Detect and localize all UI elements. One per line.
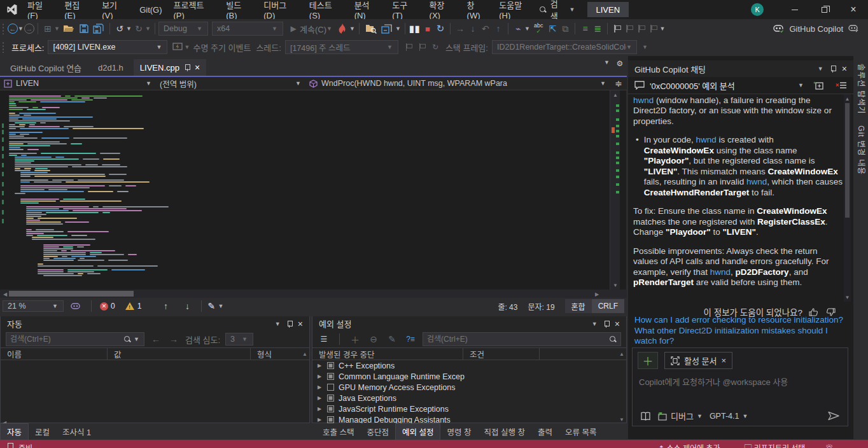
search-control[interactable]: 검색 ▼	[539, 0, 576, 22]
model-dropdown[interactable]: GPT-4.1 ▼	[710, 412, 749, 421]
followup-link-1[interactable]: What other Direct2D initialization mista…	[634, 326, 844, 346]
copilot-menu-icon[interactable]	[848, 24, 859, 34]
menu-item-4[interactable]: 프로젝트(P)	[168, 0, 221, 19]
platform-dropdown[interactable]: x64▼	[212, 22, 283, 36]
copilot-editor-badge-icon[interactable]	[70, 302, 81, 311]
navbar-pin-icon[interactable]: ≑	[610, 77, 627, 90]
panel-tab-오류 목록[interactable]: 오류 목록	[559, 423, 603, 440]
undo-dropdown-icon[interactable]: ▼	[126, 25, 132, 32]
code-fix-dropdown-icon[interactable]: ▼	[218, 303, 224, 309]
hot-reload-dropdown-icon[interactable]: ▼	[349, 25, 356, 32]
exception-row[interactable]: ▶Managed Debugging Assistants	[312, 414, 626, 424]
stop-icon[interactable]: ■	[421, 22, 434, 35]
status-task-icon[interactable]	[8, 443, 13, 448]
chat-message-area[interactable]: hwnd (window handle), a failure in creat…	[633, 95, 843, 298]
document-tab-0[interactable]: GitHub Copilot 연습	[4, 59, 88, 76]
open-folder-icon[interactable]	[63, 24, 74, 34]
duplicate-code-icon[interactable]: ⧉	[559, 22, 571, 35]
save-icon[interactable]	[79, 24, 89, 34]
exception-expand-icon[interactable]: ▶	[318, 374, 323, 379]
step-over-icon[interactable]: →	[454, 22, 466, 35]
editor-horizontal-scrollbar[interactable]: ◀ ▶	[0, 290, 627, 298]
panel-tab-출력[interactable]: 출력	[531, 423, 559, 440]
search-forward-icon[interactable]: →	[167, 333, 180, 346]
exceptions-close-icon[interactable]: ×	[615, 319, 620, 329]
chat-mode-dropdown[interactable]: 디버그 ▼	[657, 410, 703, 422]
exceptions-scroll-up-icon[interactable]: ▲	[619, 351, 626, 357]
panel-tab-직접 실행 창[interactable]: 직접 실행 창	[477, 423, 531, 440]
search-depth-dropdown[interactable]: 3▼	[225, 333, 253, 346]
step-out-icon[interactable]: ↑	[492, 22, 505, 35]
new-project-dropdown-icon[interactable]: ▼	[54, 25, 60, 32]
debugbar-grip[interactable]	[2, 41, 4, 53]
add-context-button[interactable]: ＋	[638, 352, 658, 369]
exceptions-scroll-down-icon[interactable]: ▼	[619, 417, 624, 423]
chat-symbol-link[interactable]: hwnd	[696, 135, 717, 144]
menu-item-11[interactable]: 창(W)	[461, 0, 494, 19]
warning-count-icon[interactable]: !	[125, 302, 134, 310]
autos-menu-icon[interactable]: ▼	[275, 321, 281, 327]
encoding-indicator[interactable]: 혼합	[565, 299, 592, 313]
next-issue-icon[interactable]: ↓	[181, 300, 193, 312]
editor-vertical-scrollbar[interactable]: ▲ ▼	[610, 90, 620, 290]
active-document-chip[interactable]: 활성 문서 ×	[664, 352, 732, 369]
solution-name-badge[interactable]: LIVEN	[587, 2, 629, 17]
copilot-pin-icon[interactable]	[830, 65, 836, 73]
scope-dropdown[interactable]: (전역 범위)▼	[156, 77, 305, 90]
next-bookmark-icon[interactable]	[638, 25, 645, 32]
session-dropdown-icon[interactable]: ▼	[798, 82, 804, 88]
code-map-icon[interactable]: ⌁	[512, 22, 524, 35]
autos-body[interactable]	[1, 360, 309, 419]
exception-expand-icon[interactable]: ▶	[318, 395, 323, 401]
code-editor[interactable]	[0, 90, 610, 290]
exceptions-search-input[interactable]	[427, 335, 606, 344]
exception-checkbox[interactable]	[327, 384, 334, 391]
exception-row[interactable]: ▶GPU Memory Access Exceptions	[312, 382, 626, 393]
session-title[interactable]: '0xC0000005' 예외 분석	[650, 80, 793, 92]
copilot-status-button[interactable]: GitHub Copilot	[773, 24, 859, 34]
exception-expand-icon[interactable]: ▶	[318, 417, 323, 423]
scroll-down-icon[interactable]: ▼	[610, 281, 620, 290]
code-map-dropdown-icon[interactable]: ▼	[524, 25, 531, 32]
column-value[interactable]: 값	[108, 347, 251, 360]
navigate-back-dropdown-icon[interactable]: ▼	[18, 25, 24, 32]
column-type[interactable]: 형식	[251, 347, 290, 360]
pause-icon[interactable]: ▮▮	[409, 22, 421, 35]
autos-close-icon[interactable]: ×	[298, 319, 303, 329]
exception-expand-icon[interactable]: ▶	[318, 406, 323, 412]
exception-expand-icon[interactable]: ▶	[318, 384, 323, 390]
new-project-icon[interactable]: ⊞	[41, 22, 54, 35]
code-fix-pen-icon[interactable]: ✎	[205, 300, 218, 312]
project-dropdown[interactable]: LIVEN ▼	[0, 77, 156, 90]
panel-tab-자동[interactable]: 자동	[0, 423, 29, 440]
process-dropdown[interactable]: [4092] LIVEN.exe▼	[48, 40, 167, 54]
navigate-back-icon[interactable]: ←	[8, 24, 18, 34]
panel-tab-조사식 1[interactable]: 조사식 1	[56, 423, 97, 440]
panel-tab-명령 창[interactable]: 명령 창	[440, 423, 477, 440]
search-back-icon[interactable]: ←	[150, 333, 162, 346]
send-icon[interactable]	[827, 410, 840, 421]
copilot-menu-icon-header[interactable]: ▼	[818, 66, 824, 72]
menu-item-1[interactable]: 편집(E)	[59, 0, 96, 19]
tab-options-gear-icon[interactable]: ⚙	[615, 59, 624, 68]
vertical-tab-1[interactable]: Git 변경 내용	[853, 125, 868, 175]
continue-play-icon[interactable]: ▶	[287, 22, 300, 35]
close-button[interactable]: ×	[839, 0, 868, 19]
menu-item-8[interactable]: 분석(N)	[349, 0, 387, 19]
exceptions-pin-icon[interactable]	[603, 320, 610, 328]
exceptions-menu-icon[interactable]: ▼	[592, 321, 598, 327]
followup-link-0[interactable]: How can I add error checking to resource…	[634, 315, 844, 325]
filter-icon[interactable]: ☰	[318, 333, 330, 346]
eol-indicator[interactable]: CRLF	[592, 299, 624, 313]
exception-row[interactable]: ▶C++ Exceptions	[312, 360, 626, 371]
insert-caret-icon[interactable]: ⇱	[546, 22, 559, 35]
menu-item-12[interactable]: 도움말(H)	[493, 0, 539, 19]
menu-item-5[interactable]: 빌드(B)	[220, 0, 258, 19]
stack-frame-dropdown[interactable]: ID2D1RenderTarget::CreateSolidColorBru▼	[492, 40, 637, 54]
navigate-forward-icon[interactable]: →	[24, 24, 34, 34]
scroll-up-icon[interactable]: ▲	[610, 90, 620, 99]
warning-count[interactable]: 1	[137, 302, 142, 311]
exception-expand-icon[interactable]: ▶	[318, 363, 323, 368]
indent-increase-icon[interactable]: ≣	[591, 22, 604, 35]
indent-decrease-icon[interactable]: ≡	[578, 22, 591, 35]
